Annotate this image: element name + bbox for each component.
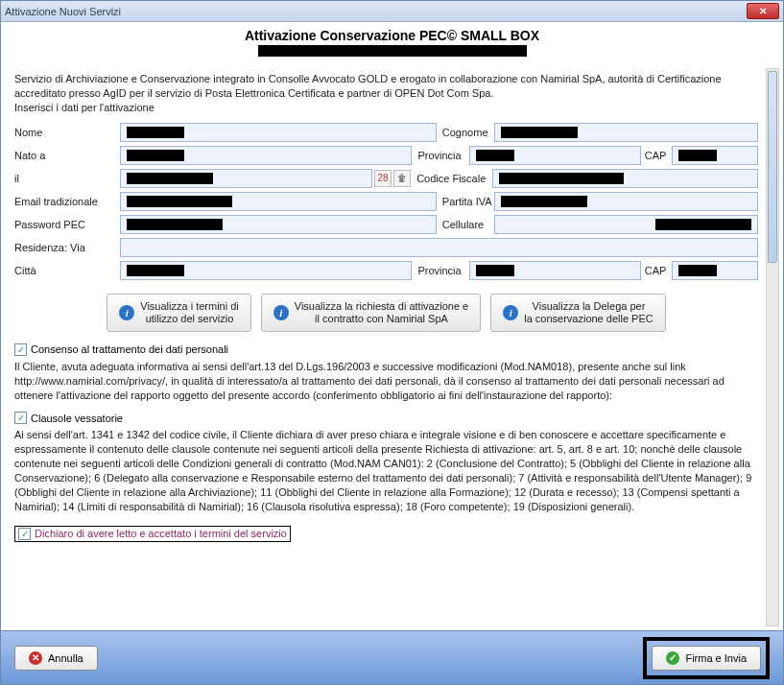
label-piva: Partita IVA xyxy=(437,196,494,207)
natoa-field[interactable] xyxy=(120,146,412,165)
label-password: Password PEC xyxy=(14,219,120,230)
label-natoa: Nato a xyxy=(14,150,120,161)
clausole-label: Clausole vessatorie xyxy=(31,413,123,424)
label-provincia: Provincia xyxy=(412,150,469,161)
cap2-field[interactable] xyxy=(672,261,758,280)
provincia-field[interactable] xyxy=(469,146,640,165)
label-cap2: CAP xyxy=(641,265,672,276)
cancel-button[interactable]: ✕ Annulla xyxy=(14,646,98,671)
page-heading: Attivazione Conservazione PEC© SMALL BOX xyxy=(1,28,783,43)
footer-bar: ✕ Annulla ✓ Firma e Invia xyxy=(1,630,783,684)
email-field[interactable] xyxy=(120,192,437,211)
info-icon: i xyxy=(119,305,134,320)
label-email: Email tradizionale xyxy=(14,196,120,207)
label-cellulare: Cellulare xyxy=(437,219,494,230)
label-provincia2: Provincia xyxy=(412,265,469,276)
provincia2-field[interactable] xyxy=(469,261,640,280)
info-icon: i xyxy=(273,305,289,320)
clausole-paragraph: Ai sensi dell'art. 1341 e 1342 del codic… xyxy=(9,426,764,519)
privacy-paragraph: Il Cliente, avuta adeguata informativa a… xyxy=(9,358,764,409)
label-il: il xyxy=(14,173,120,184)
intro-text: Servizio di Archiviazione e Conservazion… xyxy=(14,72,758,101)
redacted-subtitle xyxy=(258,45,527,57)
scrollbar-thumb[interactable] xyxy=(768,71,777,263)
submit-highlight: ✓ Firma e Invia xyxy=(643,637,770,679)
consent-privacy-checkbox[interactable]: ✓ xyxy=(14,343,27,356)
declare-checkbox[interactable]: ✓ xyxy=(18,528,31,540)
scrollbar[interactable] xyxy=(766,68,779,626)
label-codfisc: Codice Fiscale xyxy=(411,173,492,184)
label-citta: Città xyxy=(14,265,120,276)
submit-button[interactable]: ✓ Firma e Invia xyxy=(652,646,761,671)
ok-icon: ✓ xyxy=(666,651,679,665)
view-terms-button[interactable]: i Visualizza i termini di utilizzo del s… xyxy=(107,294,251,332)
residenza-field[interactable] xyxy=(120,238,758,257)
codfisc-field[interactable] xyxy=(492,169,758,188)
label-nome: Nome xyxy=(14,127,120,138)
close-icon: ✕ xyxy=(759,6,767,16)
content-area: Servizio di Archiviazione e Conservazion… xyxy=(9,68,764,626)
window-titlebar: Attivazione Nuovi Servizi ✕ xyxy=(1,1,783,22)
cap-field[interactable] xyxy=(672,146,758,165)
consent-privacy-label: Consenso al trattamento dei dati persona… xyxy=(31,343,228,355)
close-button[interactable]: ✕ xyxy=(747,3,779,19)
window-title: Attivazione Nuovi Servizi xyxy=(5,6,747,17)
label-residenza: Residenza: Via xyxy=(14,242,120,253)
clausole-checkbox[interactable]: ✓ xyxy=(14,412,27,424)
cellulare-field[interactable] xyxy=(494,215,758,234)
cancel-icon: ✕ xyxy=(29,651,42,665)
label-cap: CAP xyxy=(641,150,672,161)
declare-label: Dichiaro di avere letto e accettato i te… xyxy=(35,528,287,539)
data-nascita-field[interactable] xyxy=(120,169,372,188)
citta-field[interactable] xyxy=(120,261,412,280)
view-contract-button[interactable]: i Visualizza la richiesta di attivazione… xyxy=(261,294,481,332)
trash-icon[interactable]: 🗑 xyxy=(393,170,411,187)
label-cognome: Cognome xyxy=(437,127,494,138)
calendar-icon[interactable]: 28 xyxy=(374,170,392,187)
password-field[interactable] xyxy=(120,215,437,234)
cognome-field[interactable] xyxy=(494,123,758,142)
intro-instruction: Inserisci i dati per l'attivazione xyxy=(14,101,758,115)
piva-field[interactable] xyxy=(494,192,758,211)
view-delega-button[interactable]: i Visualizza la Delega per la conservazi… xyxy=(490,294,666,332)
info-icon: i xyxy=(503,305,518,320)
nome-field[interactable] xyxy=(120,123,437,142)
